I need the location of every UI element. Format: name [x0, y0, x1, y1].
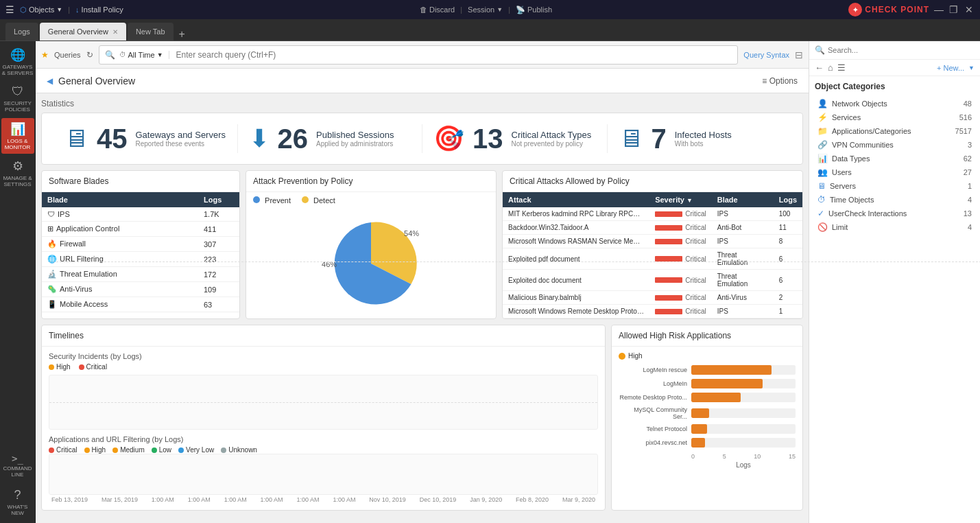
pie-chart: 46% 54% [316, 216, 426, 312]
object-category-item[interactable]: 👤 Network Objects 48 [815, 97, 975, 111]
refresh-icon[interactable]: ↻ [86, 50, 93, 60]
sidebar-item-logs[interactable]: 📊 LOGS & MONITOR [1, 118, 34, 154]
table-row[interactable]: MIT Kerberos kadmind RPC Library RPCSEC_… [503, 207, 802, 221]
objects-btn[interactable]: ⬡ Objects ▼ [20, 5, 62, 14]
obj-cat-left: ⏱ Time Objects [817, 195, 874, 205]
export-icon[interactable]: ⊟ [795, 49, 803, 60]
session-btn[interactable]: Session▼ [468, 5, 503, 14]
object-category-item[interactable]: ✓ UserCheck Interactions 13 [815, 207, 975, 220]
blade-icon: 🔬 [47, 270, 57, 278]
object-category-item[interactable]: 🖥 Servers 1 [815, 179, 975, 193]
sidebar-item-gateways[interactable]: 🌐 GATEWAYS & SERVERS [1, 44, 34, 80]
time-filter-btn[interactable]: ⏱ All Time ▼ [119, 51, 169, 59]
main-layout: 🌐 GATEWAYS & SERVERS 🛡 SECURITY POLICIES… [0, 41, 980, 523]
obj-cat-count: 4 [968, 223, 972, 231]
bar-row: LogMeIn [619, 379, 796, 388]
table-row[interactable]: Exploited doc document Critical Threat E… [503, 270, 802, 291]
install-policy-btn[interactable]: ↓ Install Policy [75, 5, 123, 14]
discard-btn[interactable]: 🗑Discard [420, 5, 455, 14]
tab-general-overview[interactable]: General Overview ✕ [40, 23, 126, 40]
blade-icon: 🛡 [47, 210, 55, 218]
right-back-btn[interactable]: ← [815, 62, 824, 73]
bar-fill [691, 379, 763, 388]
table-row[interactable]: 🔬Threat Emulation172 [42, 267, 239, 282]
obj-cat-count: 4 [968, 196, 972, 204]
checkpoint-logo: ✦ CHECK POINT [848, 3, 929, 16]
right-home-btn[interactable]: ⌂ [828, 62, 833, 73]
stat-attacks-icon: 🎯 [433, 124, 464, 153]
options-btn[interactable]: ≡ Options [762, 76, 798, 86]
close-btn[interactable]: ✕ [964, 4, 975, 15]
right-search-input[interactable] [828, 46, 975, 54]
stat-infected-num: 7 [652, 125, 667, 152]
object-category-item[interactable]: 🚫 Limit 4 [815, 220, 975, 234]
restore-btn[interactable]: ❐ [948, 4, 959, 15]
sidebar-item-security[interactable]: 🛡 SECURITY POLICIES [1, 81, 34, 117]
page-title: General Overview [58, 75, 135, 86]
table-row[interactable]: 📱Mobile Access63 [42, 297, 239, 312]
add-tab-btn[interactable]: + [175, 28, 189, 40]
search-input[interactable] [176, 50, 732, 60]
bar-fill [691, 424, 707, 434]
object-category-item[interactable]: ⏱ Time Objects 4 [815, 193, 975, 207]
object-category-item[interactable]: 📊 Data Types 62 [815, 152, 975, 165]
publish-btn[interactable]: 📡Publish [516, 5, 552, 14]
back-btn[interactable]: ◀ [47, 76, 53, 86]
sidebar-item-cli[interactable]: >_ COMMAND LINE [1, 448, 34, 483]
timeline1-area [49, 375, 598, 430]
obj-cat-icon: 🖥 [817, 181, 826, 191]
tab-logs-label: Logs [14, 27, 30, 36]
hr-dot [619, 353, 625, 360]
obj-cat-count: 3 [968, 141, 972, 149]
table-row[interactable]: 🦠Anti-Virus109 [42, 282, 239, 297]
star-icon[interactable]: ★ [41, 50, 49, 60]
cli-label: COMMAND LINE [1, 466, 34, 478]
object-category-item[interactable]: ⚡ Services 516 [815, 111, 975, 124]
tab-new-label: New Tab [136, 27, 165, 36]
query-syntax-link[interactable]: Query Syntax [743, 51, 789, 59]
sidebar-item-whatsnew[interactable]: ? WHAT'S NEW [1, 485, 34, 520]
table-row[interactable]: Backdoor.Win32.Taidoor.A Critical Anti-B… [503, 221, 802, 235]
x-axis: 0 5 10 15 [619, 452, 796, 460]
manage-icon: ⚙ [12, 159, 23, 174]
logs-label: LOGS & MONITOR [1, 139, 34, 151]
table-row[interactable]: ⊞Application Control411 [42, 222, 239, 237]
obj-cat-count: 48 [964, 100, 972, 108]
obj-cat-left: ⚡ Services [817, 113, 861, 122]
hr-legend: High [619, 352, 796, 360]
right-list-btn[interactable]: ☰ [837, 62, 846, 73]
object-category-item[interactable]: 📁 Applications/Categories 7517 [815, 124, 975, 138]
panels-row: Software Blades Blade Logs 🛡IPS1.7K⊞Appl… [41, 170, 803, 319]
sidebar-item-manage[interactable]: ⚙ MANAGE & SETTINGS [1, 155, 34, 191]
right-new-btn[interactable]: + New... [937, 64, 964, 72]
table-row[interactable]: 🔥Firewall307 [42, 237, 239, 252]
tab-close-icon[interactable]: ✕ [112, 28, 118, 36]
timeline-dates: Feb 13, 2019 Mar 15, 2019 1:00 AM 1:00 A… [49, 495, 598, 504]
blade-icon: ⊞ [47, 224, 53, 233]
table-row[interactable]: Microsoft Windows RASMAN Service Memory … [503, 235, 802, 248]
table-row[interactable]: Exploited pdf document Critical Threat E… [503, 248, 802, 270]
detect-pct: 54% [404, 229, 419, 237]
right-content: Object Categories 👤 Network Objects 48 ⚡… [809, 76, 980, 523]
object-category-item[interactable]: 🔗 VPN Communities 3 [815, 138, 975, 152]
menu-icon[interactable]: ☰ [5, 4, 14, 15]
tab-new[interactable]: New Tab [128, 23, 174, 40]
queries-btn[interactable]: Queries [54, 51, 81, 59]
obj-cat-count: 13 [964, 209, 972, 218]
table-row[interactable]: 🛡IPS1.7K [42, 207, 239, 222]
table-row[interactable]: Microsoft Windows Remote Desktop Protoco… [503, 305, 802, 318]
obj-cat-icon: 👤 [817, 99, 828, 108]
table-row[interactable]: 🌐URL Filtering223 [42, 252, 239, 267]
object-category-item[interactable]: 👥 Users 27 [815, 165, 975, 179]
minimize-btn[interactable]: — [933, 4, 944, 15]
obj-cat-icon: 🔗 [817, 140, 828, 150]
verylow-legend: Very Low [178, 446, 214, 454]
brand-name: CHECK POINT [865, 5, 929, 14]
stat-attacks: 🎯 13 Critical Attack Types Not prevented… [422, 124, 608, 153]
obj-cat-left: 👥 Users [817, 167, 852, 177]
table-row[interactable]: Malicious Binary.balmblj Critical Anti-V… [503, 291, 802, 305]
tab-logs[interactable]: Logs [5, 23, 38, 40]
object-categories-title: Object Categories [815, 82, 975, 91]
stat-sessions: ⬇ 26 Published Sessions Applied by admin… [238, 124, 423, 153]
bar-track [691, 379, 796, 388]
